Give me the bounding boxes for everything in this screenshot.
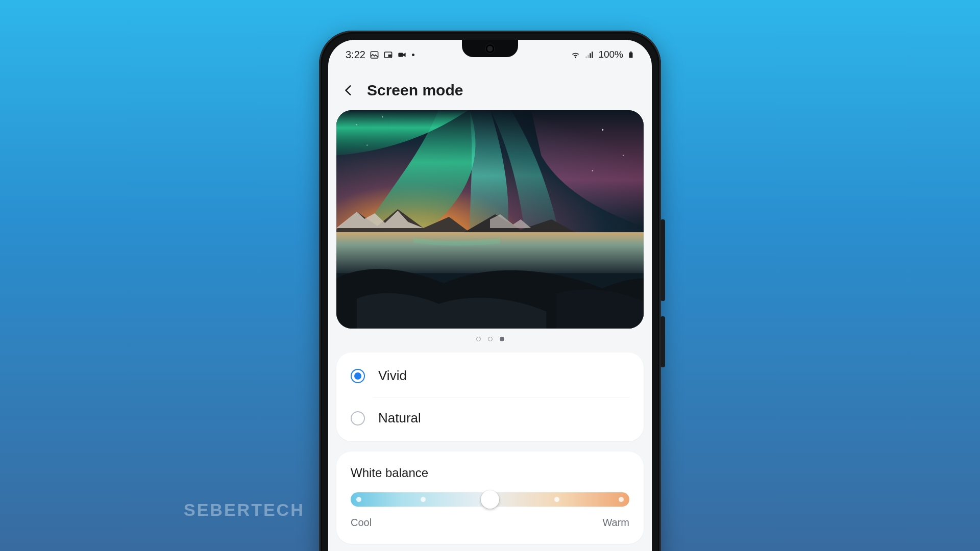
radio-vivid[interactable] [351, 369, 365, 383]
pager-dot-2[interactable] [500, 337, 504, 341]
signal-icon [584, 50, 594, 60]
white-balance-handle[interactable] [481, 490, 499, 509]
svg-rect-9 [630, 52, 632, 53]
svg-point-13 [602, 129, 603, 131]
volume-button [660, 219, 665, 301]
power-button [660, 316, 665, 367]
option-vivid-label: Vivid [378, 368, 407, 384]
wb-cool-label: Cool [351, 517, 372, 529]
front-camera [486, 44, 495, 53]
white-balance-card: White balance Cool Warm [336, 452, 644, 544]
svg-rect-5 [588, 55, 589, 58]
svg-rect-7 [592, 52, 593, 58]
battery-percent: 100% [598, 49, 623, 60]
back-button[interactable] [341, 83, 356, 97]
svg-rect-6 [590, 53, 591, 58]
header: Screen mode [328, 66, 652, 110]
pager [328, 337, 652, 341]
wb-tick-3 [554, 497, 559, 502]
svg-point-16 [366, 145, 368, 146]
clock: 3:22 [346, 49, 365, 61]
chevron-left-icon [342, 84, 355, 97]
wb-tick-0 [356, 497, 361, 502]
svg-point-11 [356, 124, 357, 125]
wb-warm-label: Warm [602, 517, 629, 529]
svg-rect-8 [629, 52, 633, 58]
preview-image[interactable] [336, 110, 644, 329]
image-icon [370, 50, 379, 60]
phone-frame: 3:22 100% Screen mode [319, 31, 661, 551]
option-natural[interactable]: Natural [336, 397, 644, 439]
page-title: Screen mode [367, 82, 463, 99]
video-icon [397, 50, 407, 60]
mode-card: Vivid Natural [336, 353, 644, 441]
svg-rect-17 [336, 232, 644, 273]
more-dot-icon [412, 54, 414, 56]
watermark: SEBERTECH [184, 500, 305, 520]
notch [462, 40, 518, 57]
wb-tick-1 [421, 497, 426, 502]
pager-dot-0[interactable] [476, 337, 481, 341]
pip-icon [383, 50, 393, 60]
battery-icon [627, 50, 634, 60]
svg-point-15 [592, 170, 593, 171]
option-natural-label: Natural [378, 410, 421, 426]
svg-rect-3 [398, 53, 403, 57]
pager-dot-1[interactable] [488, 337, 493, 341]
option-vivid[interactable]: Vivid [336, 355, 644, 397]
wifi-icon [571, 50, 580, 60]
svg-rect-4 [586, 56, 587, 58]
radio-natural[interactable] [351, 411, 365, 425]
white-balance-slider[interactable] [351, 492, 629, 507]
svg-point-12 [382, 116, 383, 117]
svg-point-14 [623, 155, 624, 156]
wb-tick-4 [619, 497, 624, 502]
white-balance-title: White balance [351, 466, 629, 480]
screen: 3:22 100% Screen mode [328, 40, 652, 551]
white-balance-labels: Cool Warm [351, 517, 629, 529]
svg-rect-2 [388, 54, 391, 57]
